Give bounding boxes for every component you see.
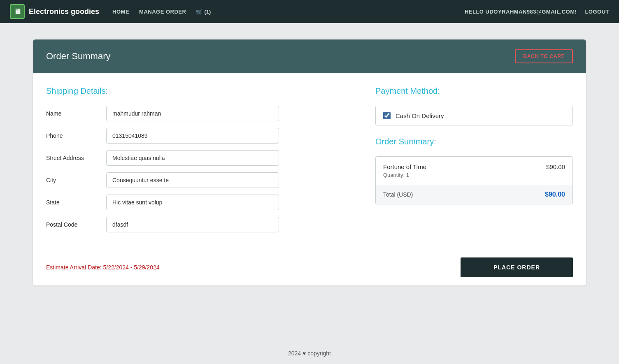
shipping-section: Shipping Details: Name Phone Street Addr… [46,86,351,239]
main-content: Order Summary BACK TO CART Shipping Deta… [0,23,619,343]
right-section: Payment Method: Cash On Delivery Order S… [375,86,573,239]
input-phone[interactable] [106,128,279,144]
input-street[interactable] [106,150,279,166]
form-group-state: State [46,195,351,210]
order-card-header: Order Summary BACK TO CART [33,39,586,73]
navbar-right: HELLO UDOYRAHMAN983@GMAIL.COM! LOGOUT [465,9,609,15]
order-item-price: $90.00 [546,163,565,170]
form-group-name: Name [46,106,351,121]
order-total-row: Total (USD) $90.00 [376,185,572,204]
logout-button[interactable]: LOGOUT [585,9,609,15]
brand: 🖥 Electronics goodies [10,4,99,19]
label-phone: Phone [46,132,100,139]
nav-manage-order[interactable]: MANAGE ORDER [139,9,186,15]
user-greeting: HELLO UDOYRAHMAN983@GMAIL.COM! [465,9,577,15]
order-card-title: Order Summary [46,51,110,62]
input-name[interactable] [106,106,279,121]
form-group-postal: Postal Code [46,217,351,232]
payment-section-title: Payment Method: [375,86,573,96]
input-postal[interactable] [106,217,279,232]
shipping-section-title: Shipping Details: [46,86,351,96]
order-total-value: $90.00 [545,191,565,198]
label-state: State [46,199,100,206]
payment-method-label: Cash On Delivery [396,112,444,119]
label-street: Street Address [46,155,100,161]
order-item-row: Fortune of Time Quantity: 1 $90.00 [376,157,572,185]
cart-count: (1) [204,9,211,15]
order-total-label: Total (USD) [383,191,413,198]
label-city: City [46,177,100,183]
order-summary-box: Fortune of Time Quantity: 1 $90.00 Total… [375,156,573,204]
order-summary-section-title: Order Summary: [375,137,573,146]
brand-icon: 🖥 [10,4,25,19]
order-item-qty: Quantity: 1 [383,172,426,178]
form-group-street: Street Address [46,150,351,166]
order-card-body: Shipping Details: Name Phone Street Addr… [33,73,586,249]
nav-home[interactable]: HOME [112,9,129,15]
order-card: Order Summary BACK TO CART Shipping Deta… [33,39,586,285]
payment-method-box: Cash On Delivery [375,106,573,125]
order-card-footer: Estimate Arrival Date: 5/22/2024 - 5/29/… [33,249,586,285]
footer-text: 2024 ♥ copyright [288,350,331,357]
place-order-button[interactable]: PLACE ORDER [461,257,573,277]
page-footer: 2024 ♥ copyright [0,343,619,364]
navbar: 🖥 Electronics goodies HOME MANAGE ORDER … [0,0,619,23]
input-city[interactable] [106,172,279,188]
nav-cart[interactable]: 🛒 (1) [196,9,211,15]
navbar-left: 🖥 Electronics goodies HOME MANAGE ORDER … [10,4,211,19]
order-item-name: Fortune of Time [383,163,426,170]
input-state[interactable] [106,195,279,210]
back-to-cart-button[interactable]: BACK TO CART [515,49,573,63]
form-group-phone: Phone [46,128,351,144]
brand-name: Electronics goodies [29,7,99,16]
estimate-arrival-text: Estimate Arrival Date: 5/22/2024 - 5/29/… [46,264,160,271]
label-postal: Postal Code [46,221,100,228]
cash-on-delivery-checkbox[interactable] [383,112,391,119]
order-item-details: Fortune of Time Quantity: 1 [383,163,426,178]
cart-icon: 🛒 [196,9,202,15]
label-name: Name [46,110,100,117]
nav-links: HOME MANAGE ORDER 🛒 (1) [112,9,211,15]
form-group-city: City [46,172,351,188]
